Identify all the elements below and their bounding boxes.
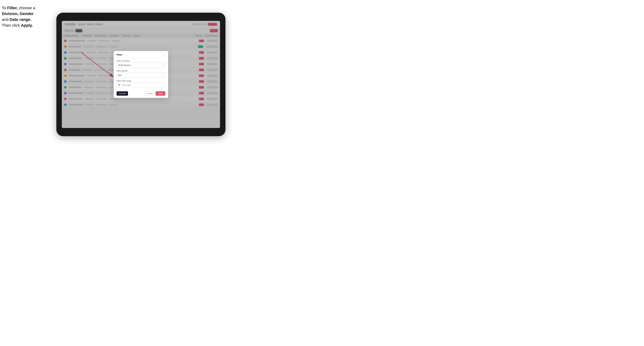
modal-footer: Clear filter Cancel Apply bbox=[114, 90, 168, 98]
division-gender-bold: Division, Gender bbox=[2, 11, 34, 16]
date-label: Select Date range bbox=[116, 80, 165, 82]
modal-title: Filter bbox=[116, 53, 122, 56]
division-label: Select a division bbox=[116, 60, 165, 62]
modal-body: Select a division NCAA Division I NCAA D… bbox=[114, 58, 168, 90]
tablet-screen: Filter × Select a division NCAA Division… bbox=[62, 21, 220, 128]
apply-bold: Apply. bbox=[21, 23, 33, 28]
clear-filter-button[interactable]: Clear filter bbox=[116, 91, 128, 96]
date-range-bold: Date range. bbox=[10, 17, 32, 22]
date-input-wrapper: 📅 bbox=[116, 83, 165, 88]
filter-modal: Filter × Select a division NCAA Division… bbox=[114, 51, 168, 98]
cancel-button[interactable]: Cancel bbox=[146, 91, 154, 96]
gender-select[interactable]: Men Women bbox=[116, 73, 165, 78]
footer-right-buttons: Cancel Apply bbox=[146, 91, 165, 96]
division-select[interactable]: NCAA Division I NCAA Division II NCAA Di… bbox=[116, 63, 165, 68]
modal-header: Filter × bbox=[114, 51, 168, 58]
tablet-frame: Filter × Select a division NCAA Division… bbox=[56, 13, 226, 136]
division-select-wrapper: NCAA Division I NCAA Division II NCAA Di… bbox=[116, 63, 165, 68]
calendar-icon: 📅 bbox=[118, 84, 120, 86]
modal-overlay: Filter × Select a division NCAA Division… bbox=[62, 21, 220, 128]
modal-close-button[interactable]: × bbox=[162, 53, 165, 56]
gender-select-wrapper: Men Women × ⌄ bbox=[116, 73, 165, 78]
gender-form-group: Select gender Men Women × ⌄ bbox=[116, 70, 165, 78]
instruction-text: To Filter, choose a Division, Gender and… bbox=[2, 5, 53, 28]
filter-bold: Filter, bbox=[7, 6, 18, 10]
gender-label: Select gender bbox=[116, 70, 165, 72]
division-form-group: Select a division NCAA Division I NCAA D… bbox=[116, 60, 165, 68]
date-input[interactable] bbox=[116, 83, 165, 88]
date-form-group: Select Date range 📅 bbox=[116, 80, 165, 88]
apply-button[interactable]: Apply bbox=[156, 91, 165, 96]
